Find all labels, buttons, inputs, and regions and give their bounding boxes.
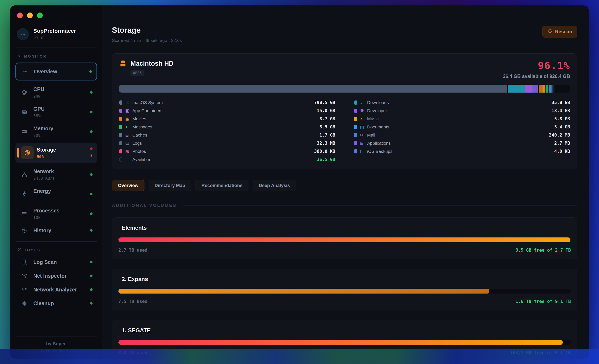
status-dot	[90, 229, 93, 232]
legend-swatch	[354, 100, 357, 105]
category-icon: ▣	[125, 108, 132, 113]
app-version: v1.0	[33, 36, 76, 40]
processes-icon	[18, 211, 30, 217]
energy-icon	[18, 191, 30, 197]
bar-segment-messages	[546, 85, 549, 93]
sidebar-item-processes[interactable]: Processes TOP	[15, 205, 97, 222]
app-name: SopPreformacer	[33, 28, 76, 34]
sidebar-footer: by Sopee sopthedrone.com	[15, 333, 97, 353]
status-dot	[90, 275, 93, 277]
sidebar-item-energy[interactable]: Energy –	[15, 186, 97, 203]
volume-usage-bar	[118, 238, 571, 242]
sidebar-item-log-scan[interactable]: Log Scan	[15, 257, 97, 268]
legend-row: ▣ App Containers 15.0 GB	[119, 107, 335, 115]
volume-usage-bar	[118, 289, 571, 293]
category-icon: ▦	[125, 116, 132, 121]
legend-swatch	[354, 117, 357, 121]
scan-status: Scanned 4 min i 49 sek. ago · 22.6s	[112, 38, 182, 43]
category-icon: ⚒	[360, 108, 367, 113]
view-tabs: OverviewDirectory MapRecommendationsDeep…	[112, 180, 577, 191]
volume-card-1-segate[interactable]: 1. SEGATE 8.9 TB used 163.1 GB free of 9…	[112, 320, 577, 359]
sidebar-item-history[interactable]: History	[15, 225, 97, 236]
category-size: 8.7 GB	[319, 116, 335, 121]
legend-column-right: ↓ Downloads 35.8 GB ⚒ Developer 13.4 GB …	[354, 98, 570, 163]
category-size: 5.5 GB	[319, 124, 335, 129]
status-dot	[90, 261, 93, 263]
additional-volumes-label: ADDITIONAL VOLUMES	[112, 203, 177, 208]
category-name: macOS System	[132, 100, 163, 105]
category-size: 5.8 GB	[554, 116, 570, 121]
legend-swatch	[354, 149, 357, 153]
tab-overview[interactable]: Overview	[112, 180, 144, 191]
tab-deep-analysis[interactable]: Deep Analysis	[253, 180, 296, 191]
disk-drive-icon	[119, 60, 127, 79]
app-window: SopPreformacer v1.0 MONITOR Overview CPU…	[10, 5, 589, 359]
category-icon: ▧	[125, 149, 132, 154]
category-icon: ♪	[360, 116, 367, 121]
disc-icon	[21, 146, 34, 159]
legend-swatch	[354, 133, 357, 137]
bar-segment-developer	[532, 85, 539, 93]
volume-usage-fill	[118, 289, 489, 293]
category-size: 4.0 KB	[554, 149, 570, 154]
category-name: App Containers	[132, 108, 163, 113]
minimize-button[interactable]	[27, 12, 33, 18]
status-dot	[90, 147, 93, 150]
volume-card-2-expans[interactable]: 2. Expans 7.5 TB used 1.6 TB free of 9.1…	[112, 269, 577, 311]
legend-swatch	[119, 125, 122, 129]
status-dot	[90, 302, 93, 305]
status-dot	[90, 91, 93, 94]
legend-swatch	[119, 100, 122, 105]
author-credit: by Sopee	[15, 341, 97, 346]
tab-directory-map[interactable]: Directory Map	[149, 180, 191, 191]
zoom-button[interactable]	[37, 12, 43, 18]
bar-segment-downloads	[508, 85, 525, 93]
page-title: Storage	[112, 26, 182, 35]
legend-swatch	[354, 109, 357, 113]
legend-row: ⚒ Developer 13.4 GB	[354, 107, 570, 115]
volume-card-elements[interactable]: Elements 2.7 TB used 3.5 GB free of 2.7 …	[112, 217, 577, 259]
analyzer-icon	[18, 286, 30, 293]
sidebar-item-overview[interactable]: Overview	[15, 62, 97, 80]
category-icon: ↓	[360, 100, 367, 105]
status-dot	[90, 213, 93, 215]
status-dot	[90, 173, 93, 176]
volume-free-label: 3.5 GB free of 2.7 TB	[515, 248, 571, 253]
rescan-button[interactable]: Rescan	[542, 26, 577, 37]
bar-segment-music	[543, 85, 546, 93]
main-content: Storage Scanned 4 min i 49 sek. ago · 22…	[103, 5, 589, 359]
status-dot	[89, 70, 92, 73]
category-icon: ⊞	[360, 141, 367, 146]
category-size: 13.4 GB	[552, 108, 570, 113]
volume-usage-fill	[118, 238, 571, 242]
category-name: iOS Backups	[367, 149, 392, 154]
bar-segment-available	[558, 85, 570, 93]
sidebar-item-cpu[interactable]: CPU 24%	[15, 84, 97, 101]
legend-swatch	[354, 125, 357, 129]
legend-swatch	[119, 117, 122, 121]
sidebar-item-network-analyzer[interactable]: Network Analyzer	[15, 284, 97, 295]
author-site: sopthedrone.com	[15, 349, 97, 353]
tools-icon	[17, 248, 22, 253]
sidebar-item-net-inspector[interactable]: Net Inspector	[15, 270, 97, 281]
category-name: Music	[367, 116, 379, 121]
tab-recommendations[interactable]: Recommendations	[195, 180, 249, 191]
category-size: 1.7 GB	[319, 133, 335, 138]
macintosh-hd-card[interactable]: Macintosh HD APFS 96.1% 36.4 GB availabl…	[112, 53, 577, 169]
category-name: Documents	[367, 124, 389, 129]
volume-usage-fill	[118, 340, 563, 345]
volume-used-label: 7.5 TB used	[118, 299, 147, 304]
sidebar-item-network[interactable]: Network 24.0 KB/s	[15, 166, 97, 183]
sidebar-item-gpu[interactable]: GPU 38%	[15, 103, 97, 121]
sidebar-item-memory[interactable]: Memory 70%	[15, 123, 97, 140]
additional-volumes-header: ADDITIONAL VOLUMES	[112, 203, 577, 208]
sidebar-item-cleanup[interactable]: Cleanup	[15, 298, 97, 309]
close-button[interactable]	[17, 12, 23, 18]
refresh-icon	[547, 28, 553, 35]
cleanup-icon	[18, 300, 30, 306]
category-name: Photos	[132, 149, 146, 154]
sidebar-item-storage[interactable]: Storage 96% ›	[15, 142, 97, 163]
memory-icon	[18, 128, 30, 135]
legend-row: ▦ Movies 8.7 GB	[119, 115, 335, 123]
category-size: 240.2 MB	[549, 133, 570, 138]
